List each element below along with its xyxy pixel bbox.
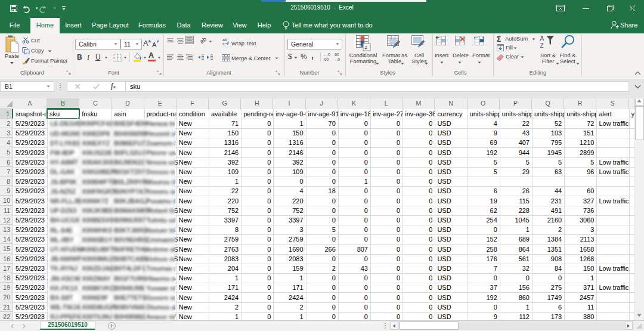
svg-text:c: c (222, 42, 225, 46)
svg-text:≠: ≠ (365, 45, 368, 51)
svg-text:Z: Z (540, 42, 544, 48)
svg-text:A: A (540, 35, 544, 42)
